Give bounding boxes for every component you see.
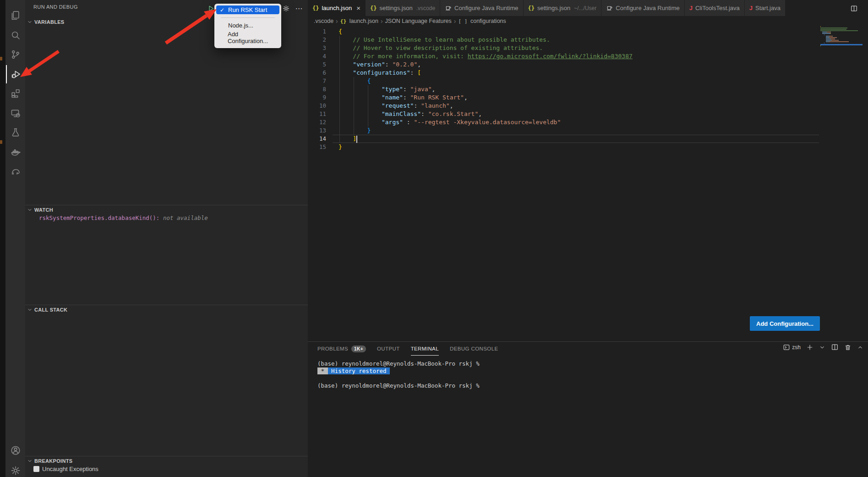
section-header-watch[interactable]: WATCH (25, 205, 308, 214)
breakpoint-row: Uncaught Exceptions (33, 466, 98, 472)
kill-terminal-trash-icon[interactable] (844, 344, 852, 351)
code-line-10[interactable]: "request": "launch", (338, 102, 633, 110)
code-line-11[interactable]: "mainClass": "co.rsk.Start", (338, 110, 633, 118)
code-line-2[interactable]: // Use IntelliSense to learn about possi… (338, 36, 633, 44)
activity-bar-item-extensions[interactable] (6, 84, 25, 103)
json-file-icon: {} (312, 5, 319, 11)
code-line-4[interactable]: // For more information, visit: https://… (338, 52, 633, 60)
panel-tab-terminal[interactable]: TERMINAL (411, 342, 439, 356)
activity-bar-item-run-and-debug[interactable] (6, 65, 25, 83)
line-number[interactable]: 9 (308, 93, 326, 102)
code-line-3[interactable]: // Hover to view descriptions of existin… (338, 44, 633, 52)
java-runtime-cup-icon (445, 5, 452, 11)
sidebar-title: RUN AND DEBUG (33, 4, 78, 10)
activity-bar-item-search[interactable] (6, 26, 25, 44)
code-line-8[interactable]: "type": "java", (338, 85, 633, 93)
editor-gutter[interactable]: 123456789101112131415 (308, 27, 326, 151)
activity-bar-item-remote-explorer[interactable] (6, 104, 25, 122)
code-line-12[interactable]: "args" : "--regtest -Xkeyvalue.datasourc… (338, 118, 633, 126)
chevron-down-icon (27, 19, 33, 25)
code-line-5[interactable]: "version": "0.2.0", (338, 60, 633, 69)
code-line-9[interactable]: "name": "Run RSK Start", (338, 93, 633, 102)
editor-tab-configure-java-runtime[interactable]: Configure Java Runtime (440, 0, 523, 16)
terminal-shell-item[interactable]: zsh (783, 344, 801, 351)
activity-bar-item-explorer[interactable] (6, 6, 25, 25)
line-number[interactable]: 6 (308, 69, 326, 77)
code-token: "configurations" (353, 69, 410, 76)
code-line-15[interactable]: } (338, 143, 633, 151)
editor-tab-settings-json[interactable]: {}settings.json~/.../User (524, 0, 602, 16)
menu-item-node-js[interactable]: Node.js... (216, 21, 279, 30)
maximize-panel-chevron-icon[interactable] (857, 344, 863, 351)
watch-expression-row[interactable]: rskSystemProperties.databaseKind(): not … (39, 214, 208, 221)
minimap[interactable] (820, 26, 863, 47)
add-configuration-button[interactable]: Add Configuration... (750, 316, 820, 331)
line-number[interactable]: 14 (308, 135, 326, 143)
breadcrumb-item--vscode[interactable]: .vscode (314, 18, 333, 24)
new-terminal-icon[interactable] (806, 344, 813, 351)
tab-label: settings.json (537, 5, 570, 11)
terminal-line: (base) reynoldmorel@Reynolds-MacBook-Pro… (317, 360, 480, 367)
activity-bar-item-accounts[interactable] (6, 441, 25, 460)
terminal-dropdown-chevron-icon[interactable] (819, 344, 825, 351)
line-number[interactable]: 8 (308, 85, 326, 93)
code-line-13[interactable]: } (338, 126, 633, 135)
views-more-actions-icon[interactable]: ⋯ (295, 4, 304, 13)
json-file-icon: {} (370, 5, 377, 11)
split-terminal-icon[interactable] (831, 343, 839, 351)
section-header-call-stack[interactable]: CALL STACK (25, 305, 308, 314)
line-number[interactable]: 5 (308, 60, 326, 69)
code-editor[interactable]: { // Use IntelliSense to learn about pos… (338, 27, 633, 151)
minimap-line (820, 37, 863, 38)
panel-tab-problems[interactable]: PROBLEMS1K+ (317, 342, 366, 356)
breadcrumb-item-configurations[interactable]: [ ] configurations (458, 18, 506, 24)
screen-edge-artifact (0, 57, 2, 60)
menu-item-add-configuration[interactable]: Add Configuration... (216, 30, 279, 45)
panel-tab-debug-console[interactable]: DEBUG CONSOLE (450, 342, 498, 356)
code-line-1[interactable]: { (338, 27, 633, 36)
start-debugging-button[interactable] (206, 4, 215, 13)
line-number[interactable]: 7 (308, 77, 326, 85)
minimap-line (820, 34, 863, 35)
code-token: : (403, 119, 414, 126)
java-file-icon: J (689, 5, 693, 11)
panel-tab-output[interactable]: OUTPUT (377, 342, 400, 356)
editor-tab-settings-json[interactable]: {}settings.json.vscode (366, 0, 440, 16)
code-line-7[interactable]: { (338, 77, 633, 85)
line-number[interactable]: 4 (308, 52, 326, 60)
split-editor-icon[interactable] (849, 4, 859, 13)
uncaught-exceptions-checkbox[interactable] (33, 466, 39, 472)
editor-tab-launch-json[interactable]: {}launch.json× (308, 0, 366, 16)
code-token: "Run RSK Start" (410, 94, 464, 101)
activity-bar-item-manage-settings[interactable] (6, 461, 25, 477)
activity-bar-item-docker[interactable] (6, 143, 25, 161)
menu-item-run-rsk-start[interactable]: ✓Run RSK Start (216, 5, 279, 14)
line-number[interactable]: 10 (308, 102, 326, 110)
code-line-6[interactable]: "configurations": [ (338, 69, 633, 77)
minimap-line (820, 41, 863, 42)
line-number[interactable]: 2 (308, 36, 326, 44)
line-number[interactable]: 1 (308, 27, 326, 36)
source-control-icon (11, 49, 21, 60)
activity-bar-item-source-control[interactable] (6, 45, 25, 64)
activity-bar-item-testing[interactable] (6, 123, 25, 142)
editor-tab-start-java[interactable]: JStart.java (745, 0, 786, 16)
line-number[interactable]: 11 (308, 110, 326, 118)
breadcrumb-item-launch-json[interactable]: {} launch.json (340, 18, 378, 24)
panel-tab-bar: PROBLEMS1K+OUTPUTTERMINALDEBUG CONSOLE (317, 342, 498, 356)
editor-tab-clitoolstest-java[interactable]: JCliToolsTest.java (685, 0, 745, 16)
breadcrumb-item-json-language-features[interactable]: JSON Language Features (385, 18, 452, 24)
line-number[interactable]: 13 (308, 126, 326, 135)
activity-bar-item-gradle[interactable] (6, 162, 25, 181)
close-icon[interactable]: × (356, 4, 360, 12)
code-token: "type" (382, 86, 403, 93)
code-line-14[interactable]: ] (338, 135, 633, 143)
open-launch-json-gear-icon[interactable] (281, 4, 290, 13)
line-number[interactable]: 3 (308, 44, 326, 52)
editor-tab-configure-java-runtime[interactable]: Configure Java Runtime (601, 0, 684, 16)
line-number[interactable]: 15 (308, 143, 326, 151)
line-number[interactable]: 12 (308, 118, 326, 126)
section-header-breakpoints[interactable]: BREAKPOINTS (25, 456, 308, 466)
code-token: [ (417, 69, 421, 76)
terminal-output[interactable]: (base) reynoldmorel@Reynolds-MacBook-Pro… (317, 360, 480, 389)
